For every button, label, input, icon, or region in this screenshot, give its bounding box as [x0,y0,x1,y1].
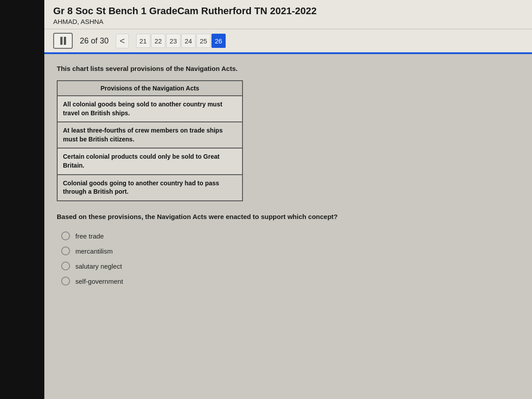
question-count: 26 of 30 [80,36,109,46]
page-num-25[interactable]: 25 [196,34,211,48]
table-row: At least three-fourths of crew members o… [57,122,243,148]
question-text: Based on these provisions, the Navigatio… [57,212,520,222]
provisions-table: Provisions of the Navigation Acts All co… [57,80,243,201]
page-num-21[interactable]: 21 [136,34,150,48]
page-numbers: 212223242526 [136,34,226,48]
page-num-24[interactable]: 24 [181,34,196,48]
page-num-22[interactable]: 22 [151,34,165,48]
table-row: Colonial goods going to another country … [57,175,243,201]
pause-button[interactable] [53,33,73,49]
radio-circle-2[interactable] [61,246,70,255]
answer-label-4: self-government [75,278,123,285]
answer-choice-4[interactable]: self-government [61,277,520,286]
pause-icon-bar2 [64,37,66,45]
exam-title: Gr 8 Soc St Bench 1 GradeCam Rutherford … [53,5,523,17]
pause-icon-bar1 [60,37,63,45]
table-row: All colonial goods being sold to another… [57,96,243,122]
answer-label-3: salutary neglect [75,262,122,270]
table-row: Certain colonial products could only be … [57,148,243,174]
page-num-23[interactable]: 23 [166,34,180,48]
back-arrow-button[interactable]: < [116,34,129,48]
radio-circle-3[interactable] [61,262,70,270]
question-intro: This chart lists several provisions of t… [57,65,520,72]
left-sidebar [0,0,44,399]
radio-circle-1[interactable] [61,231,70,240]
header: Gr 8 Soc St Bench 1 GradeCam Rutherford … [44,0,532,29]
question-area: This chart lists several provisions of t… [44,54,532,399]
answer-choice-2[interactable]: mercantilism [61,246,520,255]
nav-bar: 26 of 30 < 212223242526 [44,29,532,54]
answer-choices: free trademercantilismsalutary neglectse… [61,231,520,286]
main-content: Gr 8 Soc St Bench 1 GradeCam Rutherford … [44,0,532,399]
page-num-26[interactable]: 26 [211,34,226,48]
answer-label-1: free trade [75,232,104,240]
radio-circle-4[interactable] [61,277,70,286]
answer-label-2: mercantilism [75,247,113,255]
student-name: AHMAD, ASHNA [53,18,523,25]
answer-choice-3[interactable]: salutary neglect [61,262,520,270]
answer-choice-1[interactable]: free trade [61,231,520,240]
table-header: Provisions of the Navigation Acts [57,81,243,96]
